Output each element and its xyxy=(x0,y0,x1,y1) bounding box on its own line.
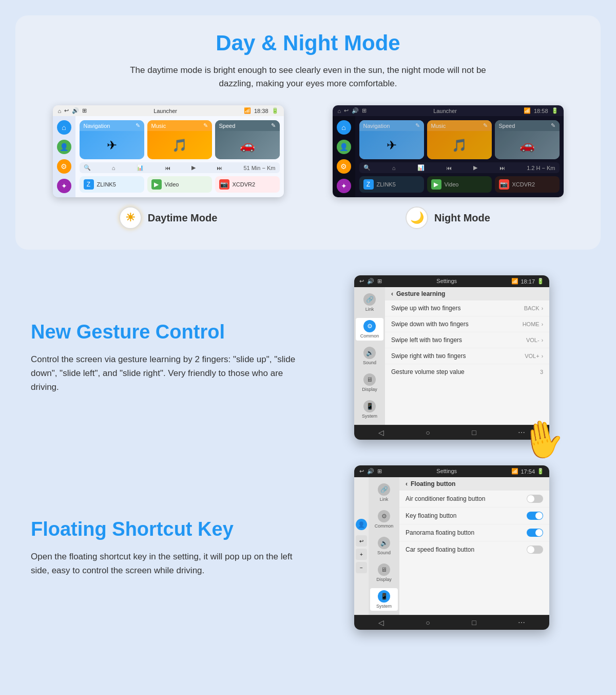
floating-sidebar-display[interactable]: 🖥 Display xyxy=(370,561,398,584)
zlink-label-day: ZLINK5 xyxy=(97,181,116,187)
gesture-row-2: Swipe left with two fingers VOL- › xyxy=(385,332,549,348)
night-music-header: Music ✎ xyxy=(427,120,492,131)
sidebar-apps-night[interactable]: ✦ xyxy=(337,179,351,193)
day-video-app[interactable]: ▶ Video xyxy=(147,176,212,193)
gesture-settings-title: Settings xyxy=(436,278,457,285)
night-nav-body: ✈ xyxy=(359,131,424,159)
day-night-description: The daytime mode is bright enough to see… xyxy=(113,64,503,90)
xcdvr-icon-day: 📷 xyxy=(219,179,229,190)
night-xcdvr-app[interactable]: 📷 XCDVR2 xyxy=(495,176,560,193)
sidebar-home-night[interactable]: ⌂ xyxy=(337,120,351,135)
sidebar-people-night[interactable]: 👤 xyxy=(337,140,351,154)
night-music-body: 🎵 xyxy=(427,131,492,159)
play-icon-night[interactable]: ▶ xyxy=(473,164,477,171)
float-btn-3[interactable]: − xyxy=(356,562,367,573)
daytime-screen: ⌂ ↩ 🔊 ⊞ Launcher 📶 18:38 🔋 ⌂ xyxy=(53,105,284,197)
hand-gesture-icon: 🤚 xyxy=(517,415,568,464)
floating-sidebar-system[interactable]: 📱 System xyxy=(370,588,398,611)
floating-row-3: Car speed floating button xyxy=(399,541,549,558)
chart-icon-night: 📊 xyxy=(417,164,425,171)
night-music-card[interactable]: Music ✎ 🎵 xyxy=(427,120,492,159)
gesture-status-left: ↩ 🔊 ⊞ xyxy=(359,278,382,285)
common-icon: ⚙ xyxy=(363,320,376,332)
time-day: 18:38 xyxy=(254,108,268,114)
search-icon-day: 🔍 xyxy=(84,164,91,171)
gesture-section: New Gesture Control Control the screen v… xyxy=(0,250,616,460)
music-edit-icon-night: ✎ xyxy=(483,122,488,129)
toggle-aircond[interactable] xyxy=(527,495,543,503)
night-nav-card[interactable]: Navigation ✎ ✈ xyxy=(359,120,424,159)
night-nav-header: Navigation ✎ xyxy=(359,120,424,131)
screens-row: ⌂ ↩ 🔊 ⊞ Launcher 📶 18:38 🔋 ⌂ xyxy=(36,105,580,229)
toggle-knob-aircond xyxy=(527,495,534,502)
nav-back-fl[interactable]: ◁ xyxy=(378,618,384,627)
floating-sidebar-sound[interactable]: 🔊 Sound xyxy=(370,535,398,557)
time-gs: 18:17 xyxy=(521,278,535,285)
night-status-right-icons: 📶 18:58 🔋 xyxy=(524,107,559,114)
sidebar-apps-day[interactable]: ✦ xyxy=(57,179,71,193)
nav-recent-fl[interactable]: □ xyxy=(472,618,476,627)
battery-icon-day: 🔋 xyxy=(272,107,279,114)
volume-icon-night: 🔊 xyxy=(352,107,359,114)
sidebar-home-day[interactable]: ⌂ xyxy=(57,120,71,135)
night-speed-card[interactable]: Speed ✎ 🚗 xyxy=(495,120,560,159)
settings-sidebar-common[interactable]: ⚙ Common xyxy=(356,318,383,341)
settings-sidebar-sound[interactable]: 🔊 Sound xyxy=(356,345,383,367)
nav-back-gs[interactable]: ◁ xyxy=(378,428,384,437)
battery-icon-night: 🔋 xyxy=(551,107,559,114)
settings-sidebar-link[interactable]: 🔗 Link xyxy=(356,291,383,314)
sidebar-people-day[interactable]: 👤 xyxy=(57,140,71,154)
next-icon-night[interactable]: ⏭ xyxy=(499,165,505,171)
nav-home-fl[interactable]: ○ xyxy=(426,618,430,627)
wifi-icon-night: 📶 xyxy=(524,107,531,114)
sidebar-settings-night[interactable]: ⚙ xyxy=(337,159,351,174)
day-bottom-apps: Z ZLINK5 ▶ Video 📷 XCDVR2 xyxy=(80,176,280,193)
float-btn-2[interactable]: + xyxy=(356,549,367,560)
floating-sidebar-common[interactable]: ⚙ Common xyxy=(370,508,398,531)
chart-icon-day: 📊 xyxy=(137,164,144,171)
wifi-fl: 📶 xyxy=(511,468,518,475)
day-app-cards: Navigation ✎ ✈ Music ✎ 🎵 xyxy=(80,120,280,159)
xcdvr-icon-night: 📷 xyxy=(499,179,509,190)
sidebar-settings-day[interactable]: ⚙ xyxy=(57,159,71,174)
day-app-area: ⌂ 👤 ⚙ ✦ Navigation ✎ ✈ xyxy=(53,116,284,197)
grid-icon-fl: ⊞ xyxy=(377,468,382,475)
gesture-sidebar: 🔗 Link ⚙ Common 🔊 Sound 🖥 xyxy=(354,287,385,425)
day-xcdvr-app[interactable]: 📷 XCDVR2 xyxy=(215,176,280,193)
night-speed-body: 🚗 xyxy=(495,131,560,159)
prev-icon-day[interactable]: ⏮ xyxy=(165,165,170,171)
nav-dots-fl[interactable]: ⋯ xyxy=(518,618,525,627)
video-label-night: Video xyxy=(445,181,459,187)
floating-sidebar-link[interactable]: 🔗 Link xyxy=(370,481,398,504)
nav-home-gs[interactable]: ○ xyxy=(426,428,430,437)
home-icon-night: ⌂ xyxy=(338,108,341,114)
night-music-label: Music xyxy=(431,123,446,129)
day-nav-card[interactable]: Navigation ✎ ✈ xyxy=(80,120,144,159)
daytime-col: ⌂ ↩ 🔊 ⊞ Launcher 📶 18:38 🔋 ⌂ xyxy=(36,105,300,229)
toggle-carspeed[interactable] xyxy=(527,546,543,554)
sun-icon: ☀ xyxy=(119,206,142,229)
toggle-panorama[interactable] xyxy=(527,529,543,537)
toggle-knob-carspeed xyxy=(527,546,534,553)
settings-sidebar-display[interactable]: 🖥 Display xyxy=(356,371,383,394)
night-video-app[interactable]: ▶ Video xyxy=(427,176,492,193)
day-zlink-app[interactable]: Z ZLINK5 xyxy=(80,176,144,193)
sound-icon: 🔊 xyxy=(363,347,376,359)
gesture-row-4: Gesture volume step value 3 xyxy=(385,364,549,380)
floating-row-1: Key floating button xyxy=(399,508,549,524)
floating-row-0: Air conditioner floating button xyxy=(399,491,549,508)
chevron-right-0: › xyxy=(542,306,543,311)
prev-icon-night[interactable]: ⏮ xyxy=(446,165,452,171)
day-music-card[interactable]: Music ✎ 🎵 xyxy=(147,120,212,159)
daytime-label-text: Daytime Mode xyxy=(148,212,218,224)
day-speed-label: Speed xyxy=(219,123,236,129)
next-icon-day[interactable]: ⏭ xyxy=(217,165,222,171)
float-btn-1[interactable]: ↩ xyxy=(356,535,367,547)
toggle-key[interactable] xyxy=(527,512,543,520)
launcher-label-day: Launcher xyxy=(153,108,177,114)
night-zlink-app[interactable]: Z ZLINK5 xyxy=(359,176,424,193)
day-speed-card[interactable]: Speed ✎ 🚗 xyxy=(215,120,280,159)
settings-sidebar-system[interactable]: 📱 System xyxy=(356,398,383,421)
play-icon-day[interactable]: ▶ xyxy=(191,164,196,171)
nav-recent-gs[interactable]: □ xyxy=(472,428,476,437)
